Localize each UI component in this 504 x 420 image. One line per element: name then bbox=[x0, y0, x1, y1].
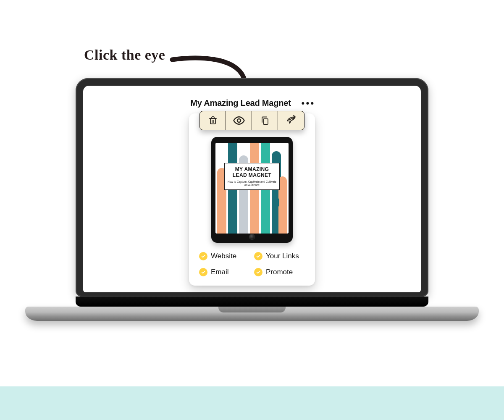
laptop-screen: My Amazing Lead Magnet bbox=[83, 86, 421, 292]
check-icon bbox=[199, 252, 207, 260]
check-icon bbox=[199, 268, 207, 276]
card-toolbar bbox=[200, 111, 304, 130]
laptop-hinge bbox=[76, 297, 428, 307]
laptop-base bbox=[25, 307, 479, 321]
status-item-promote[interactable]: Promote bbox=[254, 268, 305, 276]
laptop-mockup: My Amazing Lead Magnet bbox=[76, 78, 428, 321]
cover-title-line1: MY AMAZING bbox=[235, 166, 269, 172]
status-item-email[interactable]: Email bbox=[199, 268, 250, 276]
cover-title-box: MY AMAZING LEAD MAGNET How to Capture, C… bbox=[224, 163, 280, 190]
status-item-your-links[interactable]: Your Links bbox=[254, 252, 305, 260]
document-title: My Amazing Lead Magnet bbox=[190, 98, 291, 108]
check-icon bbox=[254, 268, 262, 276]
duplicate-button[interactable] bbox=[252, 111, 278, 130]
background-band bbox=[0, 386, 504, 420]
document-thumbnail: MY AMAZING LEAD MAGNET How to Capture, C… bbox=[197, 137, 307, 243]
svg-point-1 bbox=[237, 119, 241, 122]
document-card[interactable]: MY AMAZING LEAD MAGNET How to Capture, C… bbox=[189, 113, 315, 286]
cover-art: MY AMAZING LEAD MAGNET How to Capture, C… bbox=[215, 143, 289, 234]
tablet-frame: MY AMAZING LEAD MAGNET How to Capture, C… bbox=[211, 137, 293, 243]
status-label: Email bbox=[211, 268, 229, 276]
svg-rect-0 bbox=[210, 118, 215, 124]
status-label: Your Links bbox=[266, 252, 299, 260]
annotation-text: Click the eye bbox=[84, 47, 165, 63]
more-options-button[interactable] bbox=[302, 102, 314, 105]
status-label: Promote bbox=[266, 268, 293, 276]
preview-button[interactable] bbox=[226, 111, 252, 130]
svg-rect-2 bbox=[263, 119, 268, 124]
delete-button[interactable] bbox=[200, 111, 226, 130]
check-icon bbox=[254, 252, 262, 260]
cover-title-line2: LEAD MAGNET bbox=[233, 172, 271, 178]
status-label: Website bbox=[211, 252, 236, 260]
status-item-website[interactable]: Website bbox=[199, 252, 250, 260]
share-button[interactable] bbox=[278, 111, 304, 130]
cover-subtitle: How to Capture, Captivate and Cultivate … bbox=[227, 180, 277, 187]
status-checklist: Website Your Links Email bbox=[197, 252, 307, 276]
